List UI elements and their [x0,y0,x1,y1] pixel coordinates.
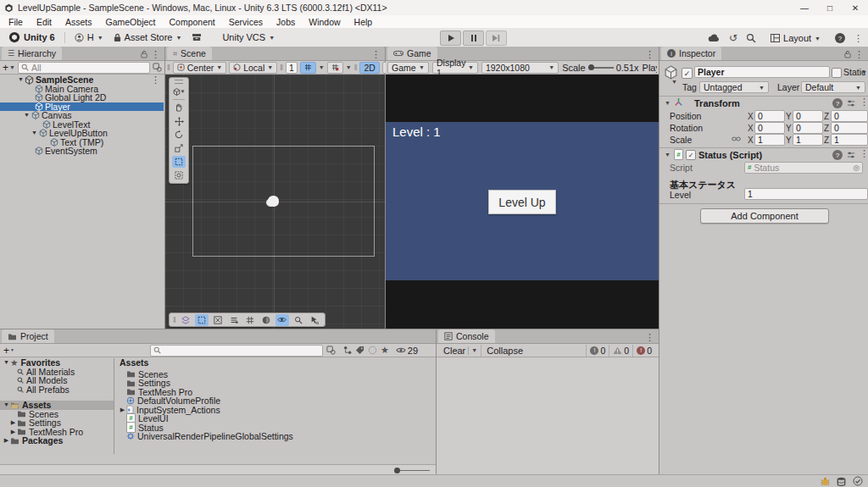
chevron-down-icon[interactable]: ▼ [31,129,38,138]
menu-edit[interactable]: Edit [30,17,58,27]
project-search-input[interactable] [150,345,323,357]
orientation-dropdown[interactable]: Local▼ [229,62,277,74]
hierarchy-row-scene[interactable]: ▼ SampleScene ⋮ [0,75,164,85]
link-icon[interactable] [732,136,741,142]
menu-services[interactable]: Services [222,17,270,27]
increment-snap-caret[interactable]: ▼ [346,64,352,70]
script-reference-field[interactable]: # Status ◎ [744,162,863,174]
scene-kebab-icon[interactable]: ⋮ [151,75,160,85]
create-add-button[interactable]: +▼ [3,345,14,357]
status-foldout[interactable]: ▼ [665,152,670,158]
clear-dropdown-caret[interactable]: ▼ [471,347,477,353]
scale-x-field[interactable]: 1 [754,134,785,146]
player-sprite[interactable] [268,196,279,207]
step-button[interactable] [486,30,507,46]
search-filter-icon[interactable] [326,346,336,355]
scene-viewport[interactable]: ▼ [165,75,385,329]
favorites-root[interactable]: ▼ ★ Favorites [0,358,114,368]
resolution-dropdown[interactable]: 1920x1080▼ [481,62,559,74]
scale-z-field[interactable]: 1 [831,134,868,146]
display-dropdown[interactable]: Display 1▼ [432,62,478,74]
tree-packages-root[interactable]: ▶ Packages [0,436,114,445]
account-dropdown[interactable]: H▼ [70,30,108,44]
asset-row-urp-global-settings[interactable]: UniversalRenderPipelineGlobalSettings [115,432,436,441]
game-kebab-icon[interactable]: ⋮ [645,50,654,59]
2d-mode-toggle[interactable]: 2D [359,62,379,74]
tab-scene[interactable]: ⌗ Scene [167,47,212,60]
saved-search-icon[interactable] [368,346,377,355]
static-caret[interactable]: ▼ [861,69,867,75]
2d-rect-button[interactable] [195,314,209,326]
tool-settings-dropdown[interactable]: ▼ [172,86,186,97]
scale-tool-button[interactable] [172,142,186,154]
cloud-icon[interactable] [708,34,721,42]
increment-snap-toggle[interactable] [327,62,343,74]
game-mode-dropdown[interactable]: Game▼ [387,62,429,74]
tab-hierarchy[interactable]: ☰ Hierarchy [2,47,62,60]
console-log-area[interactable] [437,358,659,474]
minimize-button[interactable]: — [792,1,817,15]
overlay-drag-handle[interactable]: ‖ [173,316,176,324]
level-value-field[interactable]: 1 [744,188,868,200]
transform-kebab-icon[interactable]: ⋮ [860,97,868,107]
asset-store-dropdown[interactable]: Asset Store▼ [108,30,187,44]
asset-row-settings[interactable]: Settings [115,379,436,388]
menu-component[interactable]: Component [162,17,221,27]
favorites-all-models[interactable]: All Models [0,376,114,385]
play-button[interactable] [440,30,461,46]
position-y-field[interactable]: 0 [793,110,823,122]
camera-settings-button[interactable] [308,314,321,326]
search-overlay-button[interactable] [292,314,305,326]
tab-inspector[interactable]: i Inspector [661,47,721,60]
chevron-right-icon[interactable]: ▶ [9,418,17,428]
chevron-right-icon[interactable]: ▶ [9,428,17,437]
lighting-button[interactable] [259,314,273,326]
menu-jobs[interactable]: Jobs [270,17,302,27]
tab-game[interactable]: Game [387,47,437,60]
slider-knob[interactable] [588,64,594,70]
status-enabled-checkbox[interactable]: ✓ [686,150,696,160]
view-tool-button[interactable] [172,102,186,113]
chevron-right-icon[interactable]: ▶ [119,406,126,415]
error-count-button[interactable]: ! 0 [632,345,655,357]
hierarchy-search-input[interactable]: All [18,62,150,74]
level-up-button[interactable]: Level Up [488,190,556,214]
status-kebab-icon[interactable]: ⋮ [860,149,868,158]
hierarchy-row-global-light[interactable]: Global Light 2D [0,93,164,102]
game-viewport[interactable]: Level : 1 Level Up [386,75,659,329]
asset-zoom-slider[interactable] [394,466,430,474]
object-picker-icon[interactable]: ◎ [853,163,860,173]
isolation-button[interactable] [211,314,225,326]
unity-vcs-dropdown[interactable]: Unity VCS▼ [217,30,280,44]
hierarchy-row-eventsystem[interactable]: EventSystem [0,147,164,156]
rotation-y-field[interactable]: 0 [793,122,823,134]
position-x-field[interactable]: 0 [754,110,785,122]
overlay-drag-handle[interactable] [175,80,183,84]
chevron-down-icon[interactable]: ▼ [23,111,31,120]
layout-dropdown[interactable]: Layout▼ [765,30,826,46]
rotation-z-field[interactable]: 0 [831,122,868,134]
layer-dropdown[interactable]: Default▼ [801,81,865,93]
grid-visibility-button[interactable] [243,314,257,326]
help-icon[interactable]: ? [832,150,843,160]
close-button[interactable]: ✕ [843,1,868,15]
draw-mode-button[interactable] [179,314,192,326]
static-checkbox[interactable] [832,68,842,78]
inspector-kebab-icon[interactable]: ⋮ [854,50,864,59]
rotate-tool-button[interactable] [172,129,186,141]
hidden-count-button[interactable]: 29 [396,346,418,356]
menu-gameobject[interactable]: GameObject [99,17,163,27]
tree-assets-root[interactable]: ▼ Assets [0,401,114,410]
console-kebab-icon[interactable]: ⋮ [645,333,654,342]
scene-kebab-icon[interactable]: ⋮ [371,50,381,59]
scale-y-field[interactable]: 1 [793,134,823,146]
collapse-button[interactable]: Collapse [481,345,528,357]
cache-server-icon[interactable] [837,477,846,486]
scene-visibility-button[interactable] [275,314,289,326]
menu-help[interactable]: Help [348,17,380,27]
transform-foldout[interactable]: ▼ [665,100,670,106]
play-focused-dropdown[interactable]: Play [643,63,657,73]
pause-button[interactable] [463,30,484,46]
search-filter-icon[interactable] [153,63,162,72]
create-add-button[interactable]: +▼ [3,62,15,74]
